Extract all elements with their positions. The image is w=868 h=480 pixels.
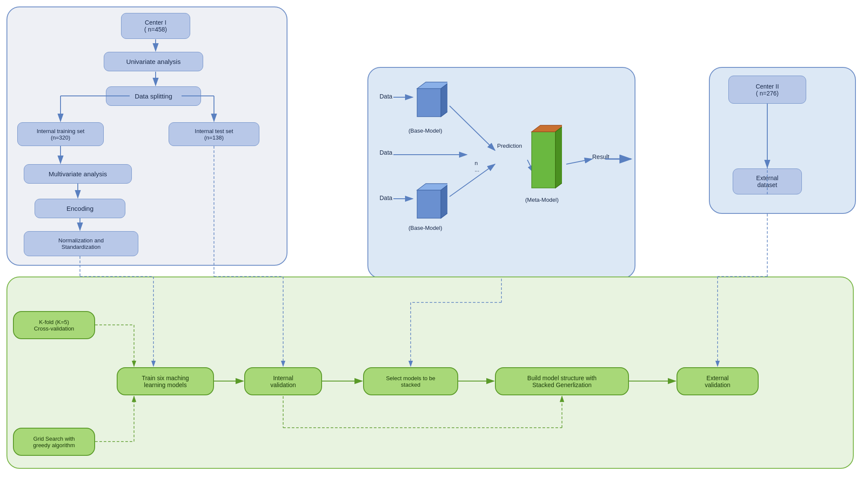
center2-box: Center II ( n=276) bbox=[728, 76, 806, 104]
univariate-box: Univariate analysis bbox=[104, 52, 203, 71]
stacking-section bbox=[367, 67, 635, 279]
data-splitting-box: Data splitting bbox=[106, 86, 201, 106]
base-model1-3d bbox=[413, 80, 447, 123]
multivariate-box: Multivariate analysis bbox=[24, 164, 132, 184]
n-dots-label: n ... bbox=[475, 153, 479, 173]
grid-search-box: Grid Search with greedy algorithm bbox=[13, 428, 95, 456]
data-label-3: Data bbox=[380, 194, 393, 201]
svg-marker-53 bbox=[555, 125, 562, 188]
svg-rect-51 bbox=[532, 132, 555, 188]
meta-model-3d bbox=[527, 123, 562, 197]
select-models-box: Select models to be stacked bbox=[363, 367, 458, 395]
diagram-container: Center I ( n=458) Univariate analysis Da… bbox=[0, 0, 868, 480]
svg-rect-48 bbox=[417, 190, 441, 218]
build-model-box: Build model structure with Stacked Gener… bbox=[495, 367, 629, 395]
train-six-box: Train six maching learning models bbox=[117, 367, 214, 395]
result-label: Result bbox=[592, 153, 610, 160]
data-label-2: Data bbox=[380, 149, 393, 156]
data-label-1: Data bbox=[380, 93, 393, 100]
internal-training-box: Internal training set (n=320) bbox=[17, 122, 104, 146]
meta-model-label: (Meta-Model) bbox=[525, 197, 558, 203]
base-model1-label: (Base-Model) bbox=[408, 127, 442, 134]
base-model2-label: (Base-Model) bbox=[408, 225, 442, 231]
center1-box: Center I ( n=458) bbox=[121, 13, 190, 39]
normalization-box: Normalization and Standardization bbox=[24, 231, 138, 256]
svg-rect-45 bbox=[417, 89, 441, 117]
kfold-box: K-fold (K=5) Cross-validation bbox=[13, 311, 95, 339]
base-model2-3d bbox=[413, 181, 447, 225]
external-validation-box: External validation bbox=[677, 367, 759, 395]
encoding-box: Encoding bbox=[35, 199, 125, 218]
external-dataset-box: External dataset bbox=[733, 168, 802, 194]
prediction-label: Prediction bbox=[497, 143, 522, 149]
internal-validation-box: Internal validation bbox=[244, 367, 322, 395]
internal-test-box: Internal test set (n=138) bbox=[169, 122, 259, 146]
